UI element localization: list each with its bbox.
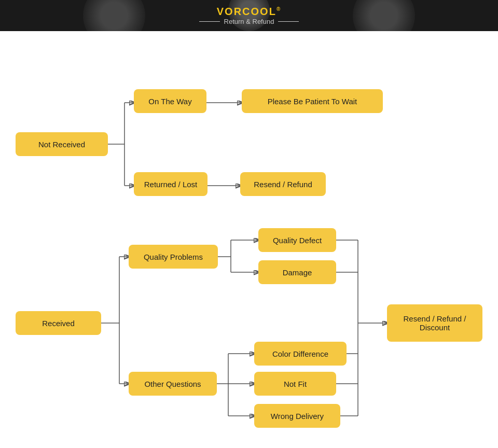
not-fit-node: Not Fit <box>254 372 336 396</box>
other-questions-node: Other Questions <box>129 372 217 396</box>
received-node: Received <box>16 311 101 335</box>
wheel-right-decoration <box>353 0 415 31</box>
wheel-left-decoration <box>83 0 145 31</box>
wrong-delivery-node: Wrong Delivery <box>254 404 340 428</box>
returned-lost-node: Returned / Lost <box>134 172 208 196</box>
please-be-patient-node: Please Be Patient To Wait <box>242 89 383 113</box>
color-difference-node: Color Difference <box>254 342 347 366</box>
quality-problems-node: Quality Problems <box>129 245 218 269</box>
damage-node: Damage <box>258 260 336 284</box>
on-the-way-node: On The Way <box>134 89 206 113</box>
header: VORCOOL® Return & Refund <box>0 0 498 31</box>
diagram: Not Received On The Way Please Be Patien… <box>0 31 498 448</box>
logo-area: VORCOOL® Return & Refund <box>199 6 299 25</box>
quality-defect-node: Quality Defect <box>258 228 336 252</box>
brand-logo: VORCOOL® <box>217 6 282 18</box>
header-subtitle: Return & Refund <box>199 18 299 25</box>
not-received-node: Not Received <box>16 132 108 156</box>
resend-refund-discount-node: Resend / Refund / Discount <box>387 304 482 342</box>
resend-refund-node: Resend / Refund <box>240 172 326 196</box>
